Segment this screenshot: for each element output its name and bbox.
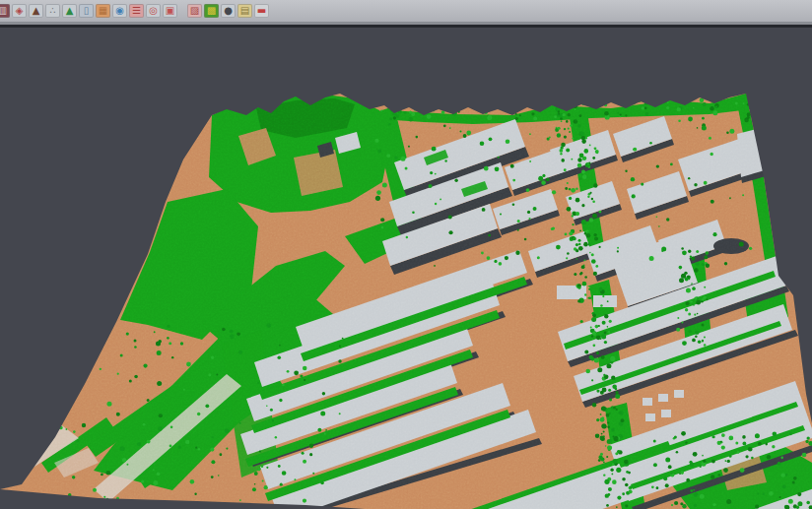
selection-box-icon[interactable]: ▣ — [163, 4, 177, 18]
column-icon[interactable]: ▯ — [79, 4, 94, 18]
layers-icon[interactable]: ▥ — [0, 4, 10, 18]
flag-icon[interactable]: ▬ — [254, 4, 269, 18]
dark-sphere-icon[interactable]: ● — [221, 4, 236, 18]
terrain-icon[interactable]: ▲ — [29, 4, 43, 18]
globe-icon[interactable]: ◉ — [112, 4, 127, 18]
points-icon[interactable]: ∴ — [45, 4, 60, 18]
app-window: ▥◈▲∴▲▯▦◉☰◎▣▨▩●▤▬ — [0, 0, 812, 509]
toolbar-icons: ▥◈▲∴▲▯▦◉☰◎▣▨▩●▤▬ — [0, 4, 269, 18]
raster-icon[interactable]: ▨ — [187, 4, 202, 18]
red-list-icon[interactable]: ☰ — [129, 4, 144, 18]
fit-points-icon[interactable]: ◈ — [12, 4, 27, 18]
toolbar: ▥◈▲∴▲▯▦◉☰◎▣▨▩●▤▬ — [0, 0, 812, 22]
target-icon[interactable]: ◎ — [146, 4, 161, 18]
point-cloud-scene — [0, 28, 812, 509]
orthophoto-icon[interactable]: ▦ — [96, 4, 110, 18]
mesh-hill-icon[interactable]: ▲ — [62, 4, 77, 18]
classification-icon[interactable]: ▩ — [204, 4, 219, 18]
history-icon[interactable]: ▤ — [237, 4, 252, 18]
viewport-3d[interactable] — [0, 28, 812, 509]
